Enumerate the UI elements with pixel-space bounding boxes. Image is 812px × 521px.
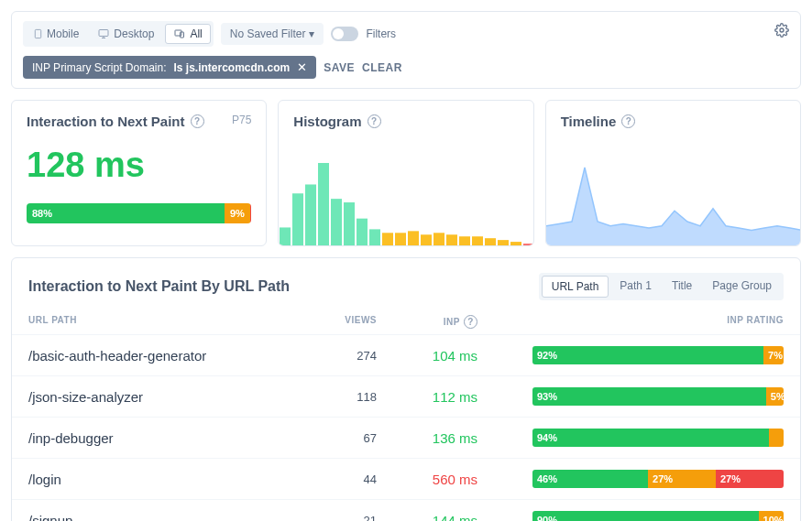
table-row[interactable]: /basic-auth-header-generator274104 ms92%… — [12, 334, 800, 375]
tab-path1[interactable]: Path 1 — [610, 276, 661, 298]
row-views: 21 — [303, 514, 377, 522]
row-path: /json-size-analyzer — [28, 389, 303, 405]
row-views: 67 — [303, 431, 377, 445]
tab-title[interactable]: Title — [663, 276, 701, 298]
row-rating: 92%7% — [477, 346, 784, 364]
metric-panel: P75 Interaction to Next Paint ? 128 ms 8… — [11, 100, 267, 246]
row-views: 44 — [303, 472, 377, 486]
device-mobile-button[interactable]: Mobile — [26, 24, 86, 44]
col-header-inp: INP ? — [377, 315, 477, 329]
svg-rect-13 — [344, 202, 355, 245]
metric-value: 128 ms — [27, 146, 251, 185]
svg-rect-16 — [382, 233, 393, 245]
svg-rect-12 — [331, 199, 342, 245]
table-row[interactable]: /json-size-analyzer118112 ms93%5% — [12, 375, 800, 417]
histogram-panel: Histogram ? — [278, 100, 533, 246]
device-all-label: All — [190, 27, 202, 40]
row-inp: 104 ms — [377, 348, 477, 364]
row-inp: 112 ms — [377, 389, 477, 405]
svg-rect-11 — [318, 163, 329, 245]
col-header-rating: INP RATING — [477, 315, 784, 329]
device-mobile-label: Mobile — [47, 27, 79, 40]
filter-bar: Mobile Desktop All No Saved Filter ▾ Fil… — [11, 11, 801, 89]
saved-filter-label: No Saved Filter — [230, 27, 306, 40]
svg-rect-25 — [498, 240, 509, 245]
svg-rect-9 — [292, 193, 303, 245]
device-desktop-button[interactable]: Desktop — [90, 24, 161, 44]
table-tab-group: URL Path Path 1 Title Page Group — [539, 273, 784, 300]
row-path: /signup — [28, 513, 303, 522]
svg-rect-10 — [305, 184, 316, 245]
saved-filter-dropdown[interactable]: No Saved Filter ▾ — [221, 23, 324, 45]
help-icon[interactable]: ? — [464, 315, 477, 329]
svg-rect-22 — [459, 236, 470, 245]
desktop-icon — [97, 28, 110, 39]
timeline-chart — [546, 158, 801, 245]
svg-rect-3 — [99, 30, 108, 37]
row-rating: 90%10% — [477, 511, 784, 521]
row-inp: 136 ms — [377, 430, 477, 446]
col-header-views: VIEWS — [303, 315, 377, 329]
histogram-title: Histogram — [293, 114, 361, 129]
filter-pill-value: Is js.intercomcdn.com — [173, 61, 290, 74]
svg-rect-21 — [446, 234, 457, 245]
device-toggle-group: Mobile Desktop All — [23, 21, 214, 47]
panels-row: P75 Interaction to Next Paint ? 128 ms 8… — [11, 100, 801, 246]
table-row[interactable]: /inp-debugger67136 ms94% — [12, 417, 800, 458]
row-inp: 144 ms — [377, 513, 477, 522]
help-icon[interactable]: ? — [621, 114, 635, 128]
mobile-icon — [33, 27, 43, 40]
svg-rect-20 — [433, 233, 444, 245]
filters-toggle-label: Filters — [366, 27, 396, 40]
metric-title: Interaction to Next Paint — [27, 114, 185, 129]
rating-needs-improvement: 9% — [225, 203, 250, 223]
column-headers: URL PATH VIEWS INP ? INP RATING — [12, 309, 800, 334]
timeline-panel: Timeline ? — [545, 100, 801, 246]
filters-toggle[interactable] — [331, 27, 358, 41]
rating-bar: 88% 9% — [27, 203, 251, 223]
row-path: /login — [28, 472, 303, 487]
close-icon[interactable]: ✕ — [297, 60, 307, 74]
help-icon[interactable]: ? — [368, 114, 381, 128]
percentile-badge: P75 — [232, 114, 251, 126]
histogram-chart — [279, 158, 533, 245]
filter-pill: INP Primary Script Domain: Is js.interco… — [23, 56, 316, 79]
svg-rect-1 — [35, 29, 40, 38]
svg-rect-19 — [421, 234, 432, 245]
tab-url-path[interactable]: URL Path — [542, 276, 609, 298]
help-icon[interactable]: ? — [191, 114, 204, 128]
svg-rect-15 — [369, 229, 380, 245]
url-path-table: Interaction to Next Paint By URL Path UR… — [11, 257, 801, 521]
row-views: 118 — [303, 390, 377, 404]
device-desktop-label: Desktop — [114, 27, 154, 40]
row-rating: 46%27%27% — [477, 470, 784, 488]
svg-marker-28 — [546, 168, 801, 245]
svg-rect-17 — [395, 233, 406, 245]
svg-rect-24 — [485, 238, 496, 245]
filter-pill-label: INP Primary Script Domain: — [32, 61, 166, 74]
tab-page-group[interactable]: Page Group — [703, 276, 781, 298]
clear-button[interactable]: CLEAR — [362, 61, 402, 74]
row-views: 274 — [303, 349, 377, 363]
timeline-title: Timeline — [561, 114, 617, 129]
rating-good: 88% — [27, 203, 225, 223]
svg-rect-23 — [472, 236, 483, 245]
svg-point-0 — [780, 28, 784, 32]
row-rating: 94% — [477, 429, 784, 447]
svg-rect-8 — [280, 227, 291, 245]
device-all-button[interactable]: All — [165, 24, 210, 44]
svg-rect-14 — [357, 219, 368, 245]
table-row[interactable]: /login44560 ms46%27%27% — [12, 458, 800, 499]
table-title: Interaction to Next Paint By URL Path — [28, 278, 290, 295]
gear-icon[interactable] — [774, 23, 789, 38]
row-rating: 93%5% — [477, 387, 784, 406]
devices-icon — [173, 28, 186, 39]
row-inp: 560 ms — [377, 472, 477, 487]
save-button[interactable]: SAVE — [324, 61, 355, 74]
svg-rect-18 — [408, 231, 419, 245]
row-path: /basic-auth-header-generator — [28, 348, 303, 364]
col-header-path: URL PATH — [28, 315, 303, 329]
row-path: /inp-debugger — [28, 430, 303, 446]
svg-rect-27 — [523, 244, 533, 245]
table-row[interactable]: /signup21144 ms90%10% — [12, 499, 800, 521]
